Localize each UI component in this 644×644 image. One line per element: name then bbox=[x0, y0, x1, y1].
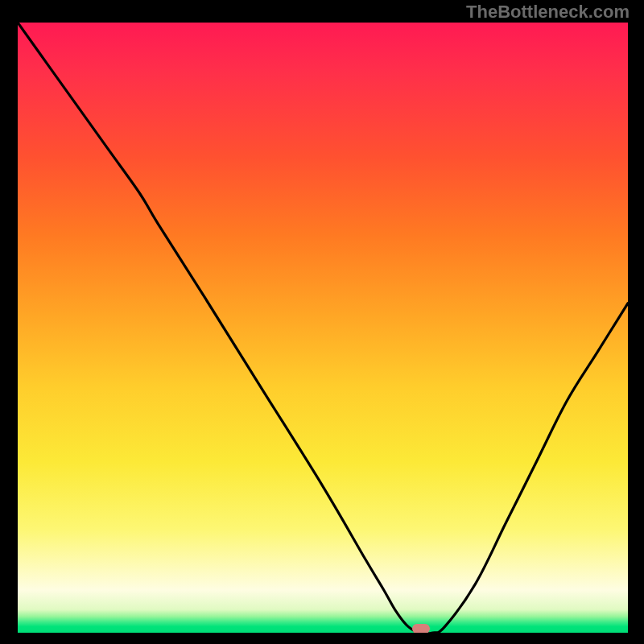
watermark-text: TheBottleneck.com bbox=[466, 2, 630, 23]
plot-area bbox=[18, 23, 628, 633]
chart-container: TheBottleneck.com bbox=[0, 0, 644, 644]
bottleneck-curve bbox=[18, 23, 628, 633]
curve-path bbox=[18, 23, 628, 633]
optimal-marker bbox=[412, 624, 430, 633]
